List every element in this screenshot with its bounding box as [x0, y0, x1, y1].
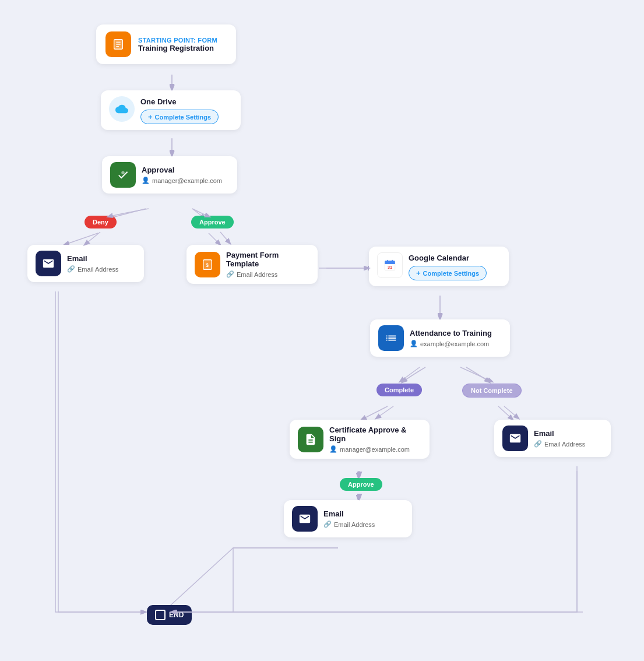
plus-icon: +: [148, 112, 153, 121]
approve-pill-2[interactable]: Approve: [340, 478, 382, 491]
email-deny-content: Email 🔗 Email Address: [67, 254, 118, 273]
svg-line-20: [220, 232, 230, 244]
workflow-canvas: Starting Point: Form Training Registrati…: [0, 0, 644, 661]
end-node: END: [147, 605, 192, 625]
svg-point-6: [121, 171, 125, 175]
plus-icon-2: +: [416, 269, 421, 277]
google-calendar-complete-settings-button[interactable]: + Complete Settings: [409, 266, 487, 280]
certificate-content: Certificate Approve & Sign 👤 manager@exa…: [329, 426, 421, 453]
google-calendar-card: 31 Google Calendar + Complete Settings: [369, 247, 509, 286]
email-final-subtitle: 🔗 Email Address: [323, 521, 375, 528]
attendance-icon: [378, 325, 404, 351]
svg-text:31: 31: [388, 265, 392, 270]
email-final-icon: [292, 506, 318, 532]
email-not-complete-subtitle: 🔗 Email Address: [534, 440, 585, 448]
email-not-complete-icon: [502, 426, 528, 451]
approval-card: Approval 👤 manager@example.com: [102, 156, 237, 194]
svg-rect-14: [387, 260, 388, 262]
person-icon: 👤: [142, 177, 150, 184]
starting-point-content: Starting Point: Form Training Registrati…: [138, 37, 217, 52]
link-icon-2: 🔗: [226, 270, 234, 278]
email-not-complete-content: Email 🔗 Email Address: [534, 429, 585, 448]
email-deny-card: Email 🔗 Email Address: [27, 245, 144, 282]
certificate-card: Certificate Approve & Sign 👤 manager@exa…: [290, 420, 430, 459]
svg-text:$: $: [206, 262, 209, 268]
link-icon: 🔗: [67, 265, 75, 273]
starting-point-label: Starting Point: Form: [138, 37, 217, 44]
certificate-title: Certificate Approve & Sign: [329, 426, 421, 443]
email-deny-icon: [36, 251, 61, 276]
one-drive-complete-settings-button[interactable]: + Complete Settings: [140, 110, 219, 124]
svg-rect-15: [392, 260, 393, 262]
approval-subtitle: 👤 manager@example.com: [142, 177, 222, 184]
attendance-title: Attendance to Training: [410, 329, 492, 337]
approval-content: Approval 👤 manager@example.com: [142, 166, 222, 184]
svg-line-24: [504, 406, 519, 419]
approval-icon: [110, 162, 136, 188]
svg-line-23: [376, 406, 393, 419]
link-icon-4: 🔗: [323, 521, 332, 528]
payment-form-content: Payment Form Template 🔗 Email Address: [226, 251, 309, 278]
link-icon-3: 🔗: [534, 440, 542, 448]
complete-pill[interactable]: Complete: [376, 384, 422, 396]
one-drive-content: One Drive + Complete Settings: [140, 96, 219, 124]
email-deny-subtitle: 🔗 Email Address: [67, 265, 118, 273]
email-final-title: Email: [323, 509, 375, 518]
certificate-subtitle: 👤 manager@example.com: [329, 445, 421, 453]
one-drive-title: One Drive: [140, 97, 219, 106]
one-drive-icon: [109, 96, 135, 122]
google-calendar-title: Google Calendar: [409, 254, 487, 262]
starting-point-card: Starting Point: Form Training Registrati…: [96, 24, 236, 64]
email-final-card: Email 🔗 Email Address: [284, 500, 412, 537]
person-icon-2: 👤: [410, 340, 418, 347]
email-final-content: Email 🔗 Email Address: [323, 509, 375, 528]
end-label: END: [169, 611, 184, 619]
svg-line-19: [85, 232, 100, 245]
end-icon: [155, 610, 166, 620]
attendance-content: Attendance to Training 👤 example@example…: [410, 329, 492, 347]
attendance-subtitle: 👤 example@example.com: [410, 340, 492, 347]
payment-form-subtitle: 🔗 Email Address: [226, 270, 309, 278]
email-not-complete-card: Email 🔗 Email Address: [494, 420, 611, 457]
google-calendar-content: Google Calendar + Complete Settings: [409, 252, 487, 280]
approve-pill-1[interactable]: Approve: [191, 216, 234, 228]
approval-title: Approval: [142, 166, 222, 174]
payment-form-card: $ Payment Form Template 🔗 Email Address: [186, 245, 318, 284]
certificate-icon: [298, 427, 323, 452]
email-deny-title: Email: [67, 254, 118, 263]
person-icon-3: 👤: [329, 445, 337, 453]
svg-rect-12: [385, 263, 395, 264]
google-calendar-icon: 31: [377, 252, 403, 278]
starting-point-subtitle: Training Registration: [138, 44, 217, 52]
one-drive-card: One Drive + Complete Settings: [101, 90, 241, 130]
not-complete-pill[interactable]: Not Complete: [462, 384, 522, 398]
payment-form-icon: $: [195, 252, 220, 277]
email-not-complete-title: Email: [534, 429, 585, 438]
form-icon: [105, 31, 131, 57]
deny-pill[interactable]: Deny: [85, 216, 117, 228]
payment-form-title: Payment Form Template: [226, 251, 309, 268]
attendance-card: Attendance to Training 👤 example@example…: [370, 319, 510, 357]
